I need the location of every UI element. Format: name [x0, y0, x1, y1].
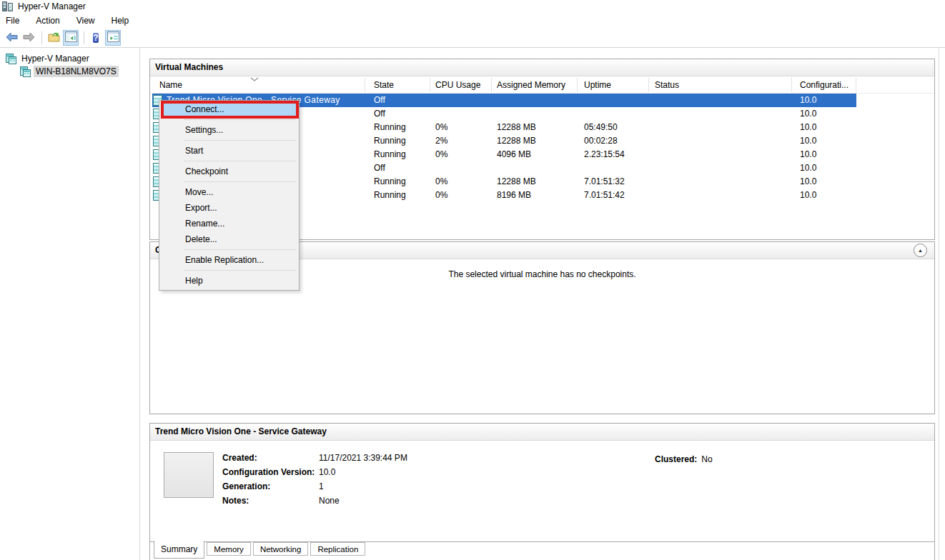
context-menu-item-checkpoint[interactable]: Checkpoint	[161, 164, 297, 179]
vm-cell-uptime: 00:02:28	[584, 134, 618, 148]
vm-cell-config: 10.0	[800, 161, 816, 175]
clustered-label: Clustered:	[655, 454, 697, 464]
toolbar-button-help[interactable]: ?	[88, 30, 104, 46]
detail-field-label: Generation:	[222, 481, 270, 491]
tab-networking[interactable]: Networking	[253, 542, 309, 556]
toolbar-separator	[41, 31, 42, 44]
context-menu-item-rename[interactable]: Rename...	[161, 216, 297, 231]
tab-memory[interactable]: Memory	[207, 542, 251, 556]
detail-field-notes: Notes:None	[222, 494, 249, 508]
toolbar-button-console-tree[interactable]	[63, 30, 79, 46]
tab-summary[interactable]: Summary	[154, 541, 204, 559]
menu-item-action[interactable]: Action	[36, 14, 67, 27]
column-header-name[interactable]: Name	[159, 76, 182, 94]
hyperv-manager-icon	[6, 54, 16, 64]
vm-cell-state: Running	[374, 175, 406, 189]
details-tab-strip: SummaryMemoryNetworkingReplication	[154, 541, 367, 559]
context-menu-item-enable-replication[interactable]: Enable Replication...	[161, 252, 297, 268]
help-icon: ?	[93, 32, 98, 44]
vm-cell-cpu: 0%	[435, 175, 447, 189]
vm-cell-state: Running	[374, 148, 406, 161]
title-bar: Hyper-V Manager	[0, 0, 945, 13]
export-folder-icon	[48, 31, 60, 44]
column-header-state[interactable]: State	[374, 76, 394, 94]
column-divider	[491, 78, 492, 92]
context-menu-item-settings[interactable]: Settings...	[161, 122, 297, 138]
context-menu-separator	[184, 140, 296, 141]
detail-field-label: Notes:	[222, 496, 249, 506]
vm-context-menu: Connect...Settings...StartCheckpointMove…	[159, 100, 300, 291]
console-tree-icon	[65, 31, 77, 44]
vm-cell-cpu: 2%	[435, 134, 447, 148]
vm-cell-memory: 12288 MB	[497, 121, 536, 134]
menu-bar: FileActionViewHelp	[0, 13, 945, 29]
detail-field-value: 10.0	[319, 465, 335, 479]
vm-cell-cpu: 0%	[435, 121, 447, 134]
context-menu-separator	[184, 270, 296, 271]
content-right-divider	[939, 48, 939, 560]
sort-indicator-icon	[250, 77, 259, 81]
column-divider	[365, 78, 365, 92]
context-menu-separator	[184, 249, 296, 250]
vm-cell-state: Running	[374, 189, 406, 202]
context-menu-item-export[interactable]: Export...	[161, 200, 297, 216]
column-header-configurati[interactable]: Configurati...	[800, 76, 848, 94]
vm-cell-state: Running	[374, 134, 406, 148]
tree-root-hyperv-manager[interactable]: Hyper-V Manager	[6, 52, 91, 65]
menu-item-file[interactable]: File	[6, 14, 27, 27]
vm-cell-uptime: 05:49:50	[584, 121, 618, 134]
context-menu-item-delete[interactable]: Delete...	[161, 231, 297, 247]
detail-field-value: 1	[319, 479, 324, 494]
toolbar-button-back-arrow[interactable]	[4, 30, 19, 46]
vm-cell-config: 10.0	[800, 134, 816, 148]
back-arrow-icon	[6, 32, 18, 44]
vm-table-header: NameStateCPU UsageAssigned MemoryUptimeS…	[150, 76, 934, 94]
detail-field-label: Created:	[222, 453, 257, 463]
context-menu-item-help[interactable]: Help	[161, 273, 297, 289]
virtual-machines-title: Virtual Machines	[155, 62, 223, 72]
context-menu-separator	[184, 119, 296, 120]
clustered-field: Clustered:No	[655, 452, 713, 466]
context-menu-item-start[interactable]: Start	[161, 143, 297, 159]
detail-field-configuration-version: Configuration Version:10.0	[222, 465, 315, 479]
window-title: Hyper-V Manager	[18, 1, 86, 11]
detail-field-value: 11/17/2021 3:39:44 PM	[319, 451, 407, 465]
vm-cell-state: Off	[374, 94, 385, 107]
detail-field-label: Configuration Version:	[222, 467, 315, 477]
vm-cell-config: 10.0	[800, 189, 816, 202]
vm-cell-memory: 12288 MB	[497, 134, 536, 148]
vm-cell-uptime: 7.01:51:42	[584, 189, 625, 202]
tree-root-label: Hyper-V Manager	[19, 53, 91, 64]
context-menu-separator	[184, 181, 296, 182]
menu-item-view[interactable]: View	[76, 14, 103, 27]
action-pane-icon	[107, 31, 119, 44]
clustered-value: No	[701, 454, 712, 464]
vm-cell-config: 10.0	[800, 107, 816, 121]
detail-field-value: None	[319, 494, 340, 508]
vm-cell-memory: 12288 MB	[497, 175, 536, 189]
server-icon	[20, 66, 31, 77]
column-divider	[430, 78, 430, 92]
menu-item-help[interactable]: Help	[112, 14, 137, 27]
tree-item-server[interactable]: WIN-B18NLM8VO7S	[20, 65, 119, 78]
vm-cell-config: 10.0	[800, 175, 816, 189]
hyperv-app-icon	[2, 1, 14, 11]
context-menu-item-connect[interactable]: Connect...	[161, 101, 297, 117]
tab-replication[interactable]: Replication	[310, 542, 365, 556]
column-divider	[648, 78, 649, 92]
vm-details-title: Trend Micro Vision One - Service Gateway	[155, 426, 327, 436]
context-menu-item-move[interactable]: Move...	[161, 184, 297, 200]
forward-arrow-icon	[23, 32, 35, 44]
vm-details-panel: Trend Micro Vision One - Service Gateway…	[149, 423, 935, 560]
column-header-uptime[interactable]: Uptime	[584, 76, 611, 94]
vm-cell-config: 10.0	[800, 94, 816, 107]
chevron-up-icon[interactable]: ▲	[914, 244, 927, 257]
column-header-cpu-usage[interactable]: CPU Usage	[435, 76, 480, 94]
toolbar-button-export-folder[interactable]	[46, 30, 61, 46]
column-header-status[interactable]: Status	[655, 76, 679, 94]
vm-thumbnail	[164, 452, 214, 498]
column-header-assigned-memory[interactable]: Assigned Memory	[497, 76, 565, 94]
toolbar-button-forward-arrow[interactable]	[21, 30, 36, 46]
vm-cell-config: 10.0	[800, 121, 816, 134]
toolbar-button-action-pane[interactable]	[105, 30, 121, 46]
